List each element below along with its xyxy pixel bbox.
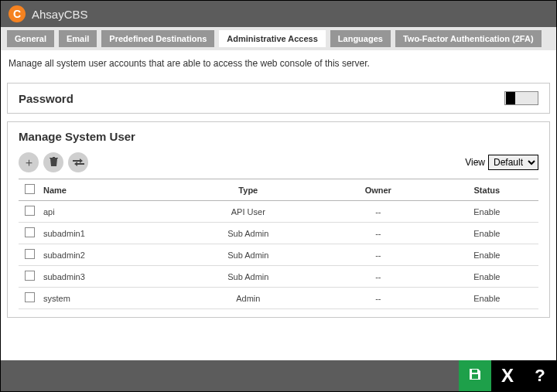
col-status[interactable]: Status xyxy=(436,179,538,201)
cell-owner: -- xyxy=(321,223,436,244)
cell-name: subadmin2 xyxy=(40,244,176,266)
help-button[interactable]: ? xyxy=(524,360,556,391)
cell-name: subadmin3 xyxy=(40,266,176,288)
cell-type: API User xyxy=(176,201,321,223)
tab-administrative-access[interactable]: Administrative Access xyxy=(219,30,326,47)
row-checkbox[interactable] xyxy=(25,249,35,259)
help-icon: ? xyxy=(535,366,545,386)
toggle-knob xyxy=(506,92,515,104)
cell-name: subadmin1 xyxy=(40,223,176,244)
view-control: View Default xyxy=(465,155,538,170)
col-type[interactable]: Type xyxy=(176,179,321,201)
table-row[interactable]: apiAPI User--Enable xyxy=(19,201,538,223)
cell-owner: -- xyxy=(321,266,436,288)
assign-button[interactable] xyxy=(68,152,88,172)
table-row[interactable]: subadmin2Sub Admin--Enable xyxy=(19,244,538,266)
close-icon: X xyxy=(501,365,514,387)
add-button[interactable]: ＋ xyxy=(19,152,39,172)
cell-owner: -- xyxy=(321,288,436,309)
header-checkbox-cell xyxy=(19,179,40,201)
password-section: Password xyxy=(7,83,550,114)
cell-name: system xyxy=(40,288,176,309)
table-row[interactable]: subadmin3Sub Admin--Enable xyxy=(19,266,538,288)
close-button[interactable]: X xyxy=(491,360,524,391)
tab-two-factor-authentication-2fa-[interactable]: Two-Factor Authentication (2FA) xyxy=(395,30,542,47)
cell-status: Enable xyxy=(436,223,538,244)
delete-button[interactable] xyxy=(43,152,63,172)
action-buttons: ＋ xyxy=(19,152,88,172)
transfer-icon xyxy=(73,156,84,169)
manage-user-section: Manage System User ＋ View Default xyxy=(7,121,550,318)
cell-status: Enable xyxy=(436,288,538,309)
cell-type: Sub Admin xyxy=(176,266,321,288)
users-table: Name Type Owner Status apiAPI User--Enab… xyxy=(19,179,538,309)
cell-owner: -- xyxy=(321,244,436,266)
cell-type: Sub Admin xyxy=(176,244,321,266)
col-name[interactable]: Name xyxy=(40,179,176,201)
app-logo: C xyxy=(9,5,26,22)
select-all-checkbox[interactable] xyxy=(25,184,35,194)
cell-status: Enable xyxy=(436,244,538,266)
app-header: C AhsayCBS xyxy=(1,1,556,27)
tab-languages[interactable]: Languages xyxy=(330,30,391,47)
row-checkbox[interactable] xyxy=(25,227,35,237)
col-owner[interactable]: Owner xyxy=(321,179,436,201)
floppy-icon xyxy=(468,367,482,385)
password-label: Password xyxy=(19,92,73,105)
manage-toolbar: ＋ View Default xyxy=(19,152,538,172)
save-button[interactable] xyxy=(459,360,491,391)
row-checkbox[interactable] xyxy=(25,271,35,281)
tab-email[interactable]: Email xyxy=(59,30,97,47)
cell-owner: -- xyxy=(321,201,436,223)
manage-user-title: Manage System User xyxy=(19,130,538,143)
app-title: AhsayCBS xyxy=(32,8,88,21)
cell-name: api xyxy=(40,201,176,223)
row-checkbox[interactable] xyxy=(25,206,35,216)
cell-status: Enable xyxy=(436,266,538,288)
cell-status: Enable xyxy=(436,201,538,223)
cell-type: Sub Admin xyxy=(176,223,321,244)
spacer xyxy=(1,326,556,360)
row-checkbox[interactable] xyxy=(25,292,35,302)
view-label: View xyxy=(465,157,485,168)
page-description: Manage all system user accounts that are… xyxy=(1,50,556,83)
cell-type: Admin xyxy=(176,288,321,309)
view-select[interactable]: Default xyxy=(488,155,538,170)
trash-icon xyxy=(49,156,59,169)
tab-predefined-destinations[interactable]: Predefined Destinations xyxy=(101,30,214,47)
table-row[interactable]: subadmin1Sub Admin--Enable xyxy=(19,223,538,244)
password-toggle[interactable] xyxy=(504,91,538,105)
plus-icon: ＋ xyxy=(23,155,35,170)
tabs-bar: GeneralEmailPredefined DestinationsAdmin… xyxy=(1,27,556,50)
tab-general[interactable]: General xyxy=(7,30,54,47)
footer-bar: X ? xyxy=(1,360,556,391)
table-row[interactable]: systemAdmin--Enable xyxy=(19,288,538,309)
